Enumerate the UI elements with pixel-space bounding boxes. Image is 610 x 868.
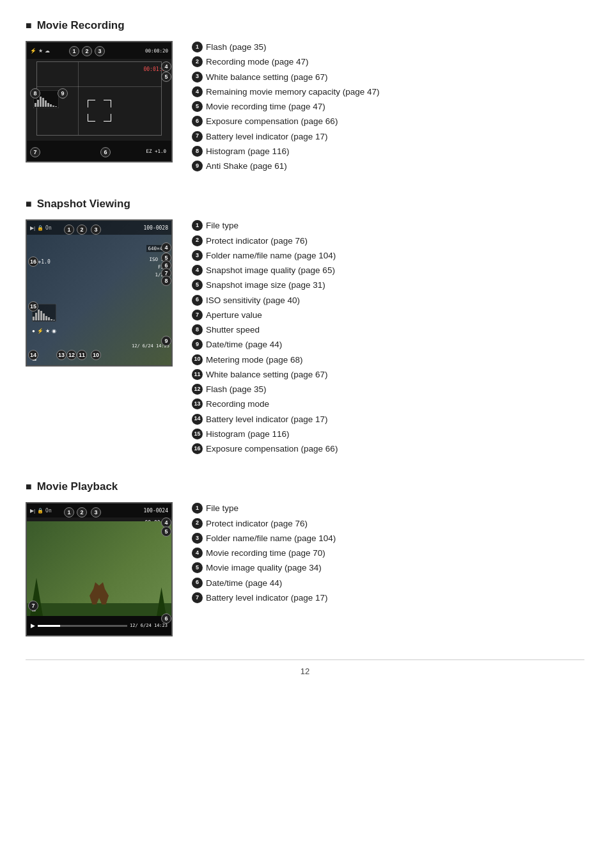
- pb-c-2: 2: [192, 518, 203, 529]
- list-item: 14 Battery level indicator (page 17): [192, 413, 338, 426]
- list-item: 1 Flash (page 35): [192, 41, 380, 54]
- list-item: 3 White balance setting (page 67): [192, 71, 380, 84]
- circle-4: 4: [192, 86, 203, 97]
- movie-recording-list: 1 Flash (page 35) 2 Recording mode (page…: [192, 41, 380, 175]
- movie-recording-title: Movie Recording: [26, 19, 584, 32]
- rec-mode-snap-icon: ◉: [52, 328, 56, 334]
- sc-1: 1: [192, 220, 203, 231]
- pb-c-1: 1: [192, 503, 203, 514]
- pb-protect-icon: 🔒: [37, 508, 43, 514]
- svg-rect-8: [52, 106, 54, 107]
- movie-playback-screen: ▶| 🔒 On 100-0024 00:00:20 STO ▶: [26, 502, 173, 636]
- badge-9: 9: [58, 88, 68, 99]
- tree-right: [157, 587, 166, 616]
- circle-2: 2: [192, 56, 203, 67]
- grass: [27, 603, 171, 616]
- movie-playback-title-text: Movie Playback: [37, 480, 118, 493]
- pb-c-3: 3: [192, 533, 203, 544]
- sc-13: 13: [192, 398, 203, 409]
- list-item: 2 Protect indicator (page 76): [192, 517, 336, 530]
- badge-8: 8: [30, 88, 40, 99]
- circle-7: 7: [192, 131, 203, 142]
- pb-folder-file: 100-0024: [143, 508, 168, 514]
- snapshot-viewing-body: ▶| 🔒 On 100-0028 640×480 EZ +1.0 ISO 100…: [26, 219, 584, 457]
- page-number: 12: [26, 667, 584, 676]
- movie-playback-title: Movie Playback: [26, 480, 584, 493]
- deer-silhouette: [90, 582, 109, 604]
- svg-rect-5: [45, 100, 47, 107]
- snapshot-viewing-title: Snapshot Viewing: [26, 198, 584, 210]
- badge-4: 4: [161, 61, 171, 72]
- svg-rect-2: [37, 100, 39, 107]
- sc-7: 7: [192, 310, 203, 320]
- page-divider: [26, 659, 584, 660]
- sc-4: 4: [192, 265, 203, 276]
- circle-5: 5: [192, 101, 203, 112]
- list-item: 6 Date/time (page 44): [192, 577, 336, 590]
- svg-rect-19: [53, 320, 55, 320]
- snapshot-viewing-screen: ▶| 🔒 On 100-0028 640×480 EZ +1.0 ISO 100…: [26, 219, 173, 367]
- pb-c-4: 4: [192, 548, 203, 558]
- list-item: 16 Exposure compensation (page 66): [192, 443, 338, 455]
- badge-1: 1: [69, 46, 79, 56]
- list-item: 11 White balance setting (page 67): [192, 368, 338, 381]
- circle-3: 3: [192, 72, 203, 83]
- svg-rect-1: [35, 103, 36, 107]
- pb-image-area: [27, 521, 171, 616]
- pb-file-type-icon: ▶|: [30, 508, 35, 514]
- sc-16: 16: [192, 443, 203, 454]
- circle-1: 1: [192, 42, 203, 52]
- movie-playback-body: ▶| 🔒 On 100-0024 00:00:20 STO ▶: [26, 502, 584, 636]
- list-item: 7 Battery level indicator (page 17): [192, 130, 380, 143]
- list-item: 5 Movie image quality (page 34): [192, 562, 336, 574]
- pb-datetime: 12/ 6/24 14:23: [130, 623, 168, 628]
- list-item: 2 Recording mode (page 47): [192, 56, 380, 68]
- movie-recording-screen: ⚡ ★ ☁ 00:08:20 00:01:02: [26, 41, 173, 162]
- movie-recording-section: Movie Recording ⚡ ★ ☁ 00:08:20 00:01:02: [26, 19, 584, 175]
- list-item: 4 Remaining movie memory capacity (page …: [192, 86, 380, 99]
- list-item: 6 ISO sensitivity (page 40): [192, 294, 338, 307]
- list-item: 1 File type: [192, 502, 336, 515]
- svg-rect-11: [33, 317, 35, 320]
- badge-2: 2: [82, 46, 92, 56]
- bottom-bar: ▐▌ EZ +1.0: [27, 141, 171, 161]
- sc-10: 10: [192, 354, 203, 365]
- list-item: 3 Folder name/file name (page 104): [192, 532, 336, 545]
- list-item: 13 Recording mode: [192, 398, 338, 411]
- file-type-icon: ▶|: [30, 225, 35, 231]
- svg-rect-6: [47, 103, 49, 107]
- list-item: 12 Flash (page 35): [192, 383, 338, 396]
- svg-rect-4: [42, 98, 44, 107]
- bracket-br: [104, 114, 111, 122]
- list-item: 4 Snapshot image quality (page 65): [192, 264, 338, 277]
- circle-8: 8: [192, 146, 203, 157]
- remaining-time: 00:08:20: [145, 48, 168, 54]
- list-item: 3 Folder name/file name (page 104): [192, 249, 338, 262]
- svg-rect-9: [55, 106, 57, 107]
- badge-5: 5: [161, 72, 171, 82]
- sc-9: 9: [192, 339, 203, 350]
- list-item: 9 Date/time (page 44): [192, 338, 338, 351]
- exposure-comp: EZ +1.0: [146, 148, 166, 154]
- svg-rect-12: [35, 313, 37, 320]
- svg-rect-15: [43, 313, 45, 320]
- sc-11: 11: [192, 369, 203, 380]
- list-item: 10 Metering mode (page 68): [192, 354, 338, 367]
- sc-12: 12: [192, 384, 203, 395]
- list-item: 7 Aperture value: [192, 309, 338, 322]
- metering-icon: ●: [32, 328, 35, 334]
- bracket-tl: [88, 100, 95, 107]
- svg-rect-13: [38, 310, 40, 320]
- wb-snap-icon: ⚡: [37, 328, 43, 334]
- svg-rect-7: [50, 104, 52, 107]
- pb-play-icon: ▶: [31, 622, 35, 629]
- badge-3: 3: [95, 46, 105, 56]
- list-item: 9 Anti Shake (page 61): [192, 160, 380, 173]
- list-item: 15 Histogram (page 116): [192, 428, 338, 441]
- sc-2: 2: [192, 235, 203, 246]
- sc-14: 14: [192, 414, 203, 425]
- on-indicator: On: [45, 225, 52, 231]
- list-item: 4 Movie recording time (page 70): [192, 547, 336, 560]
- wb-icon: ☁: [45, 48, 50, 54]
- pb-c-6: 6: [192, 578, 203, 588]
